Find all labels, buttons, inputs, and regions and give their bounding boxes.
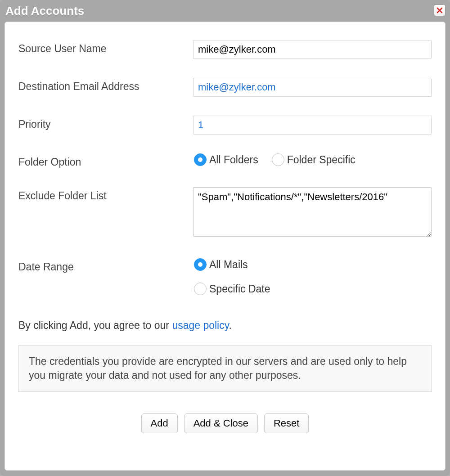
label-priority: Priority xyxy=(18,116,193,130)
radio-all-folders[interactable]: All Folders xyxy=(194,153,258,166)
row-date-range: Date Range All Mails Specific Date xyxy=(18,258,432,295)
policy-suffix: . xyxy=(229,319,232,331)
radio-label: All Mails xyxy=(209,259,248,271)
row-source-user-name: Source User Name xyxy=(18,40,432,59)
button-row: Add Add & Close Reset xyxy=(18,413,432,433)
dialog-panel: Source User Name Destination Email Addre… xyxy=(4,22,446,471)
reset-button[interactable]: Reset xyxy=(264,413,309,433)
credentials-notice: The credentials you provide are encrypte… xyxy=(18,345,432,392)
destination-email-input[interactable] xyxy=(193,78,432,97)
radio-label: Specific Date xyxy=(209,283,270,295)
priority-input[interactable] xyxy=(193,116,432,135)
source-user-name-input[interactable] xyxy=(193,40,432,59)
label-source-user-name: Source User Name xyxy=(18,40,193,55)
row-exclude-folder-list: Exclude Folder List xyxy=(18,187,432,239)
add-accounts-dialog: Add Accounts Source User Name Destinatio… xyxy=(0,0,450,476)
label-exclude-folder-list: Exclude Folder List xyxy=(18,187,193,202)
radio-icon xyxy=(272,153,284,166)
policy-line: By clicking Add, you agree to our usage … xyxy=(18,319,432,332)
radio-specific-date[interactable]: Specific Date xyxy=(194,283,270,295)
dialog-title: Add Accounts xyxy=(5,4,84,18)
folder-option-radio-group: All Folders Folder Specific xyxy=(194,153,432,166)
radio-all-mails[interactable]: All Mails xyxy=(194,258,248,271)
radio-icon xyxy=(194,258,207,271)
radio-folder-specific[interactable]: Folder Specific xyxy=(272,153,356,166)
radio-label: All Folders xyxy=(209,154,258,166)
label-folder-option: Folder Option xyxy=(18,153,194,168)
radio-icon xyxy=(194,283,207,295)
dialog-titlebar: Add Accounts xyxy=(0,0,450,22)
label-destination-email: Destination Email Address xyxy=(18,78,193,93)
add-close-button[interactable]: Add & Close xyxy=(184,413,258,433)
date-range-radio-group: All Mails Specific Date xyxy=(194,258,432,295)
radio-icon xyxy=(194,153,207,166)
radio-label: Folder Specific xyxy=(287,154,356,166)
close-button[interactable] xyxy=(434,4,446,16)
row-priority: Priority xyxy=(18,116,432,135)
exclude-folder-list-input[interactable] xyxy=(193,187,432,237)
row-destination-email: Destination Email Address xyxy=(18,78,432,97)
label-date-range: Date Range xyxy=(18,258,194,273)
add-button[interactable]: Add xyxy=(141,413,178,433)
usage-policy-link[interactable]: usage policy xyxy=(172,319,229,331)
policy-prefix: By clicking Add, you agree to our xyxy=(18,319,172,331)
row-folder-option: Folder Option All Folders Folder Specifi… xyxy=(18,153,432,168)
close-icon xyxy=(436,7,443,13)
